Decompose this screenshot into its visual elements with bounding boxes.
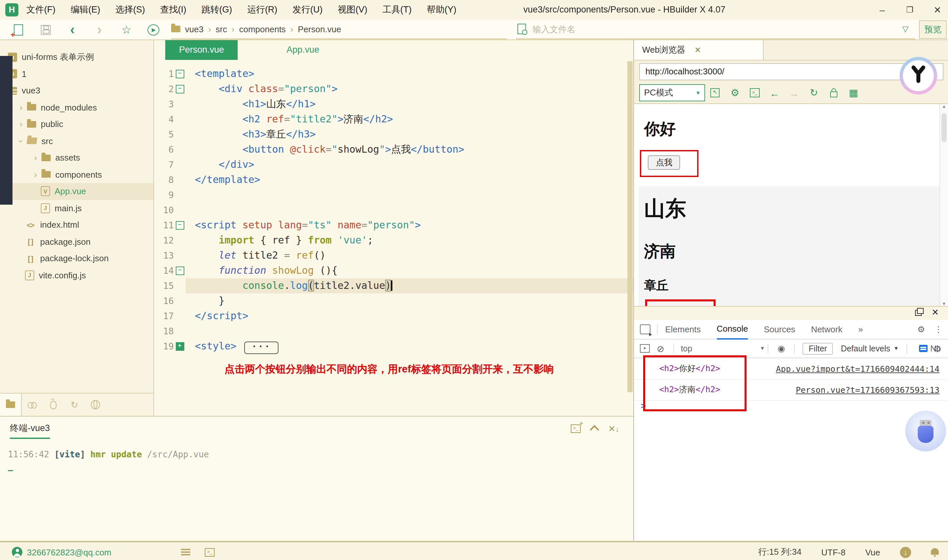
menu-item-6[interactable]: 发行(U)	[293, 4, 323, 16]
breadcrumb[interactable]: vue3›src›components›Person.vue	[171, 20, 507, 40]
browser-forward-icon[interactable]: →	[785, 87, 804, 98]
close-browser-tab-icon[interactable]: ✕	[695, 45, 701, 55]
code-line-18[interactable]: 18	[154, 324, 634, 339]
lock-icon[interactable]	[824, 88, 844, 97]
web-browser-tab[interactable]: Web浏览器 ✕	[634, 40, 764, 60]
folded-region-box[interactable]: ···	[244, 342, 278, 354]
web-view-tab[interactable]	[85, 394, 106, 416]
page-button-1[interactable]: 点我	[648, 155, 680, 170]
code-line-9[interactable]: 9	[154, 188, 634, 203]
sync-view-tab[interactable]: ↻	[64, 394, 85, 416]
code-area[interactable]: 1−<template>2− <div class="person">3 <h1…	[154, 60, 634, 416]
devtools-close-icon[interactable]: ✕	[931, 307, 939, 317]
menu-item-2[interactable]: 选择(S)	[116, 4, 145, 16]
console-icon[interactable]: >_	[745, 88, 765, 97]
devtools-settings-icon[interactable]: ⚙	[917, 325, 925, 334]
code-line-17[interactable]: 17</script>	[154, 309, 634, 324]
fold-marker-icon[interactable]: +	[176, 342, 184, 351]
console-sidebar-icon[interactable]: ▸	[640, 344, 650, 353]
tree-item-public[interactable]: ›public	[0, 116, 153, 132]
new-terminal-icon[interactable]: >_	[571, 425, 581, 433]
mode-select[interactable]: PC模式▼	[640, 84, 705, 102]
new-file-button[interactable]	[10, 24, 27, 35]
tree-item-main.js[interactable]: Jmain.js	[0, 200, 153, 217]
code-line-1[interactable]: 1−<template>	[154, 66, 634, 82]
inspect-element-icon[interactable]	[640, 325, 651, 334]
files-view-tab[interactable]	[0, 394, 22, 416]
close-button[interactable]: ✕	[932, 5, 943, 15]
log-levels-select[interactable]: Default levels▼	[841, 344, 899, 353]
bookmark-star-icon[interactable]: ☆	[118, 23, 135, 37]
tab-sources[interactable]: Sources	[764, 320, 795, 339]
cursor-position[interactable]: 行:15 列:34	[758, 546, 802, 558]
tab-console[interactable]: Console	[717, 319, 748, 340]
filter-funnel-icon[interactable]: ▽	[903, 25, 908, 34]
code-line-14[interactable]: 14− function showLog (){	[154, 263, 634, 278]
crumb-components[interactable]: components	[239, 24, 286, 34]
outline-icon[interactable]	[184, 549, 190, 550]
source-link[interactable]: Person.vue?t=1716609367593:13	[796, 385, 940, 395]
code-line-16[interactable]: 16 }	[154, 294, 634, 309]
menu-item-5[interactable]: 运行(R)	[247, 4, 277, 16]
tab-elements[interactable]: Elements	[665, 320, 701, 339]
search-view-tab[interactable]	[22, 394, 43, 416]
maximize-button[interactable]: ❐	[905, 5, 915, 14]
back-button[interactable]: ‹	[64, 23, 81, 36]
open-external-icon[interactable]: ↖	[705, 88, 725, 97]
code-line-3[interactable]: 3 <h1>山东</h1>	[154, 97, 634, 112]
tab-network[interactable]: Network	[811, 320, 842, 339]
code-line-12[interactable]: 12 import { ref } from 'vue';	[154, 233, 634, 248]
expand-terminal-icon[interactable]	[590, 425, 599, 434]
code-line-19[interactable]: 19+<style>···	[154, 339, 634, 354]
minimize-button[interactable]: –	[877, 5, 888, 15]
account-email[interactable]: 3266762823@qq.com	[27, 547, 111, 557]
menu-item-0[interactable]: 文件(F)	[26, 4, 55, 16]
fold-marker-icon[interactable]: −	[176, 221, 184, 230]
code-line-7[interactable]: 7 </div>	[154, 157, 634, 172]
chevron-right-icon[interactable]: ›	[17, 103, 25, 112]
code-line-4[interactable]: 4 <h2 ref="title2">济南</h2>	[154, 112, 634, 127]
menu-item-8[interactable]: 工具(T)	[382, 4, 412, 16]
context-select[interactable]: top▼	[681, 344, 765, 353]
console-filter-input[interactable]: Filter	[803, 343, 833, 354]
tree-item-components[interactable]: ›components	[0, 166, 153, 183]
browser-back-icon[interactable]: ←	[765, 87, 785, 98]
chevron-down-icon[interactable]: ›	[16, 137, 26, 145]
tree-item-index.html[interactable]: <>index.html	[0, 217, 153, 233]
grid-icon[interactable]: ▦	[844, 87, 863, 99]
tree-item-src[interactable]: ›src	[0, 132, 153, 149]
code-line-5[interactable]: 5 <h3>章丘</h3>	[154, 127, 634, 142]
tree-item-uni-forms 表单示例[interactable]: uuni-forms 表单示例	[0, 49, 153, 66]
tree-item-package.json[interactable]: [ ]package.json	[0, 233, 153, 250]
menu-item-3[interactable]: 查找(I)	[160, 4, 187, 16]
code-line-6[interactable]: 6 <button @click="showLog">点我</button>	[154, 142, 634, 157]
code-line-11[interactable]: 11−<script setup lang="ts" name="person"…	[154, 218, 634, 233]
statusbar-terminal-icon[interactable]: >_	[205, 548, 214, 556]
source-link[interactable]: App.vue?import&t=1716609402444:14	[776, 364, 939, 374]
chevron-right-icon[interactable]: ›	[32, 153, 40, 163]
tree-item-App.vue[interactable]: VApp.vue	[0, 183, 153, 200]
file-language[interactable]: Vue	[865, 547, 880, 557]
page-scrollbar[interactable]: ▲▼	[939, 104, 948, 306]
refresh-icon[interactable]: ↻	[804, 87, 824, 99]
notifications-bell-icon[interactable]	[931, 548, 939, 555]
menu-item-7[interactable]: 视图(V)	[338, 4, 367, 16]
tree-item-node_modules[interactable]: ›node_modules	[0, 99, 153, 116]
code-line-13[interactable]: 13 let title2 = ref()	[154, 248, 634, 263]
tree-item-assets[interactable]: ›assets	[0, 149, 153, 166]
crumb-vue3[interactable]: vue3	[185, 24, 203, 34]
collapsed-panel-strip[interactable]	[0, 56, 12, 205]
tree-item-1[interactable]: u1	[0, 66, 153, 82]
crumb-src[interactable]: src	[216, 24, 227, 34]
code-line-2[interactable]: 2− <div class="person">	[154, 82, 634, 97]
code-line-8[interactable]: 8</template>	[154, 172, 634, 188]
tree-item-package-lock.json[interactable]: [ ]package-lock.json	[0, 250, 153, 267]
fold-marker-icon[interactable]: −	[176, 70, 184, 78]
tree-item-vue3[interactable]: vue3	[0, 82, 153, 99]
fold-marker-icon[interactable]: −	[176, 266, 184, 275]
live-expression-icon[interactable]: ◉	[777, 343, 785, 353]
run-button[interactable]: ▶	[145, 24, 162, 35]
devtools-menu-icon[interactable]: ⋮	[934, 325, 943, 334]
tab-app-vue[interactable]: App.vue	[273, 40, 333, 60]
crumb-Person.vue[interactable]: Person.vue	[298, 24, 341, 34]
